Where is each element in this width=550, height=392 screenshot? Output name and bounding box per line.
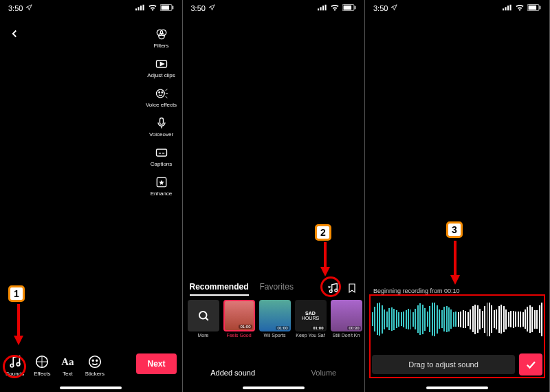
svg-rect-45 [529,6,537,10]
svg-point-8 [160,30,166,35]
tool-voiceover[interactable]: Voiceover [145,116,178,138]
side-toolbar: Filters Adjust clips Voice effects Voice… [145,28,178,197]
status-time: 3:50 [191,4,206,12]
signal-icon [318,4,327,12]
svg-point-36 [199,312,207,319]
battery-icon [342,4,356,12]
svg-rect-41 [505,7,507,10]
sound-label: Keep You Saf [296,333,324,338]
tab-added-sound[interactable]: Added sound [210,369,255,377]
tool-effects[interactable]: Effects [34,354,50,377]
svg-point-9 [158,33,164,39]
svg-point-23 [92,360,94,361]
voiceover-icon [155,116,168,130]
annotation-circle-2 [320,276,341,297]
next-label: Next [147,359,165,369]
sound-feels-good[interactable]: 01:00 Feels Good [223,300,256,338]
sound-still-dont-kn[interactable]: 00:30 Still Don't Kn [330,300,363,338]
svg-rect-30 [325,5,327,10]
svg-rect-3 [142,5,144,10]
svg-point-14 [162,92,163,94]
svg-rect-27 [318,8,319,10]
annotation-arrow-1 [14,304,23,348]
tool-filters[interactable]: Filters [145,28,178,49]
svg-point-22 [89,356,100,368]
annotation-badge-2: 2 [315,224,331,241]
home-indicator[interactable] [426,386,488,389]
sound-label: Feels Good [226,333,251,338]
screen-3-adjust: 3:50 Beginning recording from 00:10 Drag… [365,0,550,392]
location-icon [25,4,32,12]
signal-icon [135,4,145,12]
home-indicator[interactable] [243,386,305,389]
svg-point-24 [96,360,98,361]
tool-enhance[interactable]: Enhance [145,175,178,197]
svg-marker-26 [14,336,23,345]
tool-adjust-clips[interactable]: Adjust clips [145,57,178,78]
tool-label: Text [63,371,73,377]
sound-more[interactable]: More [187,300,220,338]
screen-2-sounds: 3:50 Recommended Favorites More [183,0,366,392]
bookmark-icon[interactable] [346,283,358,296]
tool-voice-effects[interactable]: Voice effects [145,87,178,108]
tool-label: Captions [151,161,173,167]
tool-stickers[interactable]: Stickers [85,354,104,377]
location-icon [390,4,397,12]
home-indicator[interactable] [60,386,122,389]
stickers-icon [87,354,102,369]
tool-captions[interactable]: Captions [145,146,178,167]
tab-favorites[interactable]: Favorites [260,282,294,296]
tool-label: Voiceover [149,131,173,138]
annotation-badge-3: 3 [446,221,463,238]
sound-bottom-tabs: Added sound Volume [183,369,365,377]
annotation-badge-1: 1 [8,285,25,302]
back-button[interactable] [8,28,22,41]
text-icon: Aa [60,354,75,369]
annotation-arrow-2 [320,242,330,279]
svg-marker-11 [160,63,164,66]
tool-label: Enhance [151,190,173,197]
next-button[interactable]: Next [136,353,176,374]
wifi-icon [330,4,340,12]
svg-rect-6 [172,6,173,10]
svg-rect-2 [140,6,142,10]
sound-tabs: Recommended Favorites [190,282,294,296]
screen-1-editor: 3:50 Filters [0,0,183,392]
wifi-icon [148,4,157,12]
svg-marker-48 [450,275,460,285]
sound-label: More [198,333,209,338]
svg-point-13 [158,92,160,94]
svg-rect-46 [540,6,541,10]
svg-rect-43 [510,5,512,10]
tab-volume[interactable]: Volume [311,369,337,377]
adjust-clips-icon [155,57,168,71]
sound-keep-you-saf[interactable]: SADHOURS 01:00 Keep You Saf [294,300,327,338]
annotation-circle-1 [3,355,26,378]
tool-label: Filters [154,43,169,49]
svg-point-12 [156,89,164,98]
sounds-row[interactable]: More 01:00 Feels Good 01:00 Wii Sports S… [187,300,365,338]
sound-wii-sports[interactable]: 01:00 Wii Sports [258,300,292,338]
status-bar: 3:50 [365,0,549,17]
enhance-icon [155,175,168,189]
tool-text[interactable]: Aa Text [60,354,75,377]
signal-icon [503,4,512,12]
battery-icon [160,4,174,12]
status-time: 3:50 [373,4,388,12]
tool-label: Adjust clips [147,72,175,78]
sound-label: Still Don't Kn [333,333,360,338]
tool-label: Stickers [85,371,104,377]
svg-rect-28 [320,7,322,10]
recording-start-text: Beginning recording from 00:10 [373,287,460,294]
sound-label: Wii Sports [264,333,286,338]
status-time: 3:50 [8,4,23,12]
svg-rect-15 [160,118,163,124]
tab-recommended[interactable]: Recommended [190,282,249,296]
svg-line-37 [206,318,208,320]
svg-rect-29 [322,6,324,10]
wifi-icon [515,4,525,12]
svg-marker-39 [320,267,330,276]
annotation-rect-3 [369,294,545,378]
svg-rect-5 [161,6,169,10]
filters-icon [155,28,168,41]
